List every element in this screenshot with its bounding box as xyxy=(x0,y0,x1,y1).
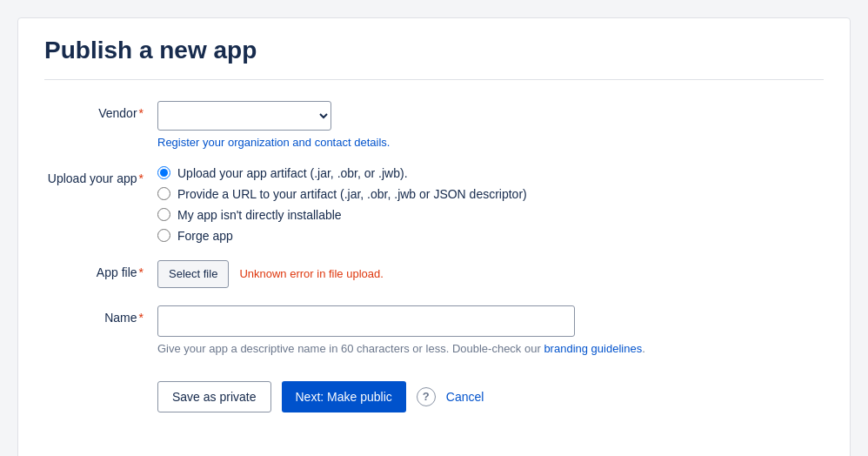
file-upload-error: Unknown error in file upload. xyxy=(239,267,383,280)
page-title: Publish a new app xyxy=(44,36,824,65)
vendor-control-area: Register your organization and contact d… xyxy=(157,101,662,149)
content-area: Publish a new app Vendor* Register your … xyxy=(18,18,850,439)
vendor-row: Vendor* Register your organization and c… xyxy=(44,101,824,149)
radio-artifact-input[interactable] xyxy=(157,166,170,179)
app-file-control-area: Select file Unknown error in file upload… xyxy=(157,260,662,288)
upload-required-star: * xyxy=(139,171,144,185)
radio-not-installable-input[interactable] xyxy=(157,208,170,221)
upload-app-label: Upload your app* xyxy=(44,166,157,185)
vendor-required-star: * xyxy=(139,106,144,120)
form-actions: Save as private Next: Make public ? Canc… xyxy=(44,381,824,412)
upload-app-control-area: Upload your app artifact (.jar, .obr, or… xyxy=(157,166,662,243)
radio-not-installable[interactable]: My app isn't directly installable xyxy=(157,208,662,222)
vendor-label: Vendor* xyxy=(44,101,157,120)
branding-guidelines-link[interactable]: branding guidelines xyxy=(544,342,642,355)
radio-url-input[interactable] xyxy=(157,187,170,200)
radio-url[interactable]: Provide a URL to your artifact (.jar, .o… xyxy=(157,187,662,201)
radio-forge-input[interactable] xyxy=(157,229,170,242)
name-label: Name* xyxy=(44,305,157,325)
help-icon[interactable]: ? xyxy=(417,387,436,406)
vendor-select[interactable] xyxy=(157,101,331,131)
page-container: Publish a new app Vendor* Register your … xyxy=(17,17,851,456)
register-link[interactable]: Register your organization and contact d… xyxy=(157,136,662,149)
form-section: Vendor* Register your organization and c… xyxy=(44,101,824,355)
name-hint: Give your app a descriptive name in 60 c… xyxy=(157,342,662,355)
app-file-inner-row: Select file Unknown error in file upload… xyxy=(157,260,662,288)
select-file-button[interactable]: Select file xyxy=(157,260,229,288)
app-file-required-star: * xyxy=(139,265,144,279)
name-row: Name* Give your app a descriptive name i… xyxy=(44,305,824,355)
name-required-star: * xyxy=(139,311,144,325)
save-as-private-button[interactable]: Save as private xyxy=(157,381,271,412)
radio-artifact[interactable]: Upload your app artifact (.jar, .obr, or… xyxy=(157,166,662,180)
name-control-area: Give your app a descriptive name in 60 c… xyxy=(157,305,662,355)
upload-app-row: Upload your app* Upload your app artifac… xyxy=(44,166,824,243)
cancel-link[interactable]: Cancel xyxy=(446,390,484,404)
divider xyxy=(44,79,824,80)
app-file-label: App file* xyxy=(44,260,157,279)
radio-forge[interactable]: Forge app xyxy=(157,229,662,243)
name-input[interactable] xyxy=(157,305,575,337)
make-public-button[interactable]: Next: Make public xyxy=(282,381,406,412)
app-file-row: App file* Select file Unknown error in f… xyxy=(44,260,824,288)
upload-radio-group: Upload your app artifact (.jar, .obr, or… xyxy=(157,166,662,243)
